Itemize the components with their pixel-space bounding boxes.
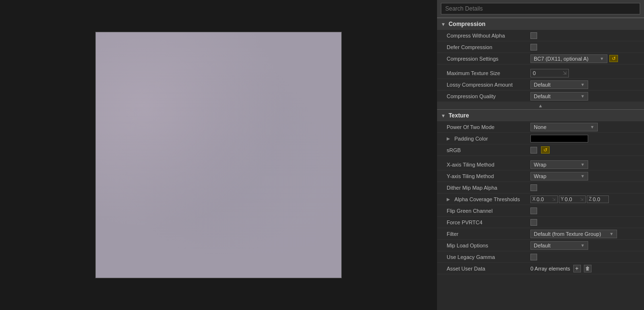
asset-user-data-delete[interactable]: 🗑	[584, 265, 592, 272]
scroll-up-button[interactable]: ▲	[538, 103, 543, 108]
max-texture-size-input[interactable]: 0 ⇲	[530, 69, 569, 78]
alpha-z-value: 0.0	[592, 196, 607, 202]
power-of-two-mode-text: None	[534, 124, 546, 130]
defer-compression-row: Defer Compression	[437, 41, 644, 53]
x-axis-tiling-value: Wrap ▼	[528, 159, 644, 170]
alpha-x-resize: ⇲	[552, 197, 556, 202]
asset-user-data-row: Asset User Data 0 Array elements + 🗑	[437, 263, 644, 274]
alpha-coverage-expand[interactable]: ▶	[447, 197, 452, 202]
compress-without-alpha-label: Compress Without Alpha	[437, 31, 528, 40]
alpha-x-value: 0.0	[537, 196, 551, 202]
padding-color-expand[interactable]: ▶	[447, 136, 452, 141]
filter-arrow: ▼	[609, 232, 614, 236]
asset-user-data-value: 0 Array elements + 🗑	[528, 264, 644, 273]
compression-settings-dropdown-arrow: ▼	[600, 56, 604, 61]
alpha-coverage-thresholds-label: ▶ Alpha Coverage Thresholds	[437, 195, 528, 204]
compression-settings-row: Compression Settings BC7 (DX11, optional…	[437, 53, 644, 65]
asset-user-data-count: 0 Array elements	[530, 266, 570, 271]
max-texture-size-row: Maximum Texture Size 0 ⇲	[437, 67, 644, 79]
srgb-label: sRGB	[437, 146, 528, 155]
texture-preview-panel	[0, 0, 437, 310]
y-axis-tiling-text: Wrap	[534, 173, 546, 179]
compression-section-header[interactable]: ▼ Compression	[437, 18, 644, 30]
defer-compression-checkbox[interactable]	[530, 44, 537, 51]
texture-section-header[interactable]: ▼ Texture	[437, 109, 644, 121]
max-texture-size-number: 0	[533, 70, 536, 76]
alpha-z-input[interactable]: Z 0.0	[587, 195, 609, 203]
mip-load-options-arrow: ▼	[580, 243, 585, 248]
x-axis-tiling-dropdown[interactable]: Wrap ▼	[530, 160, 588, 169]
compression-settings-dropdown[interactable]: BC7 (DX11, optional A) ▼	[530, 54, 607, 63]
lossy-compression-text: Default	[534, 82, 551, 88]
filter-label: Filter	[437, 230, 528, 238]
lossy-compression-value: Default ▼	[528, 79, 644, 90]
defer-compression-label: Defer Compression	[437, 43, 528, 52]
use-legacy-gamma-label: Use Legacy Gamma	[437, 253, 528, 261]
alpha-x-input[interactable]: X 0.0 ⇲	[530, 195, 558, 203]
power-of-two-mode-value: None ▼	[528, 122, 644, 132]
y-axis-tiling-dropdown[interactable]: Wrap ▼	[530, 172, 588, 181]
x-axis-tiling-arrow: ▼	[580, 162, 585, 167]
filter-row: Filter Default (from Texture Group) ▼	[437, 228, 644, 240]
scroll-up-row: ▲	[437, 102, 644, 109]
use-legacy-gamma-checkbox[interactable]	[530, 254, 537, 260]
srgb-reset[interactable]: ↺	[541, 146, 550, 154]
use-legacy-gamma-value	[528, 253, 644, 261]
texture-noise-display	[96, 32, 341, 278]
asset-user-data-label: Asset User Data	[437, 264, 528, 273]
dither-mip-map-alpha-checkbox[interactable]	[530, 184, 537, 191]
compression-settings-label: Compression Settings	[437, 54, 528, 63]
compression-quality-label: Compression Quality	[437, 92, 528, 101]
max-texture-size-value: 0 ⇲	[528, 68, 644, 78]
power-of-two-mode-label: Power Of Two Mode	[437, 123, 528, 131]
filter-dropdown[interactable]: Default (from Texture Group) ▼	[530, 230, 617, 238]
force-pvrtc4-row: Force PVRTC4	[437, 217, 644, 228]
use-legacy-gamma-row: Use Legacy Gamma	[437, 251, 644, 263]
texture-section-title: Texture	[449, 112, 469, 119]
compression-quality-dropdown[interactable]: Default ▼	[530, 92, 588, 101]
power-of-two-mode-dropdown[interactable]: None ▼	[530, 123, 598, 131]
lossy-compression-label: Lossy Compression Amount	[437, 80, 528, 89]
padding-color-swatch[interactable]	[530, 135, 588, 142]
x-axis-tiling-row: X-axis Tiling Method Wrap ▼	[437, 159, 644, 170]
compression-settings-dropdown-text: BC7 (DX11, optional A)	[534, 56, 589, 62]
compress-without-alpha-row: Compress Without Alpha	[437, 30, 644, 41]
y-axis-tiling-row: Y-axis Tiling Method Wrap ▼	[437, 170, 644, 182]
flip-green-channel-value	[528, 207, 644, 215]
srgb-row: sRGB ↺	[437, 144, 644, 156]
asset-user-data-add[interactable]: +	[573, 265, 581, 272]
x-axis-tiling-text: Wrap	[534, 162, 546, 168]
lossy-compression-row: Lossy Compression Amount Default ▼	[437, 79, 644, 90]
srgb-controls: ↺	[530, 146, 550, 154]
alpha-y-input[interactable]: Y 0.0 ⇲	[559, 195, 586, 203]
dither-mip-map-alpha-value	[528, 183, 644, 192]
alpha-y-value: 0.0	[565, 196, 579, 202]
alpha-x-label: X	[532, 196, 536, 202]
details-panel: ▼ Compression Compress Without Alpha Def…	[437, 0, 644, 310]
compress-without-alpha-value	[528, 31, 644, 40]
alpha-coverage-xyz-inputs: X 0.0 ⇲ Y 0.0 ⇲ Z 0.0	[530, 195, 609, 203]
flip-green-channel-label: Flip Green Channel	[437, 207, 528, 215]
compression-settings-reset[interactable]: ↺	[609, 55, 618, 62]
dither-mip-map-alpha-label: Dither Mip Map Alpha	[437, 183, 528, 192]
y-axis-tiling-arrow: ▼	[580, 174, 585, 179]
srgb-value: ↺	[528, 145, 644, 155]
force-pvrtc4-checkbox[interactable]	[530, 219, 537, 226]
lossy-compression-dropdown[interactable]: Default ▼	[530, 80, 588, 89]
compress-without-alpha-checkbox[interactable]	[530, 32, 537, 39]
padding-color-label: ▶ Padding Color	[437, 134, 528, 143]
compression-section-title: Compression	[449, 21, 486, 27]
compression-settings-value: BC7 (DX11, optional A) ▼ ↺	[528, 53, 644, 64]
srgb-checkbox[interactable]	[530, 147, 537, 154]
padding-color-row: ▶ Padding Color	[437, 133, 644, 144]
alpha-coverage-label-text: Alpha Coverage Thresholds	[454, 196, 520, 202]
alpha-coverage-thresholds-row: ▶ Alpha Coverage Thresholds X 0.0 ⇲ Y 0.…	[437, 194, 644, 205]
x-axis-tiling-label: X-axis Tiling Method	[437, 160, 528, 169]
compression-quality-row: Compression Quality Default ▼	[437, 90, 644, 102]
filter-text: Default (from Texture Group)	[534, 231, 601, 237]
mip-load-options-dropdown[interactable]: Default ▼	[530, 241, 588, 250]
mip-load-options-value: Default ▼	[528, 240, 644, 251]
search-input[interactable]	[441, 3, 640, 14]
mip-load-options-row: Mip Load Options Default ▼	[437, 240, 644, 251]
flip-green-channel-checkbox[interactable]	[530, 207, 537, 214]
